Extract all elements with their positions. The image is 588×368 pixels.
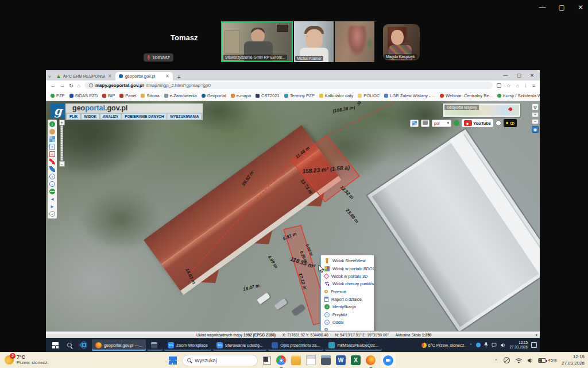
bookmark-item[interactable]: Strona bbox=[141, 93, 159, 98]
bookmark-item[interactable]: SIDAS EZD bbox=[69, 93, 98, 98]
word-icon[interactable]: W bbox=[336, 355, 346, 365]
menu-item-pointcloud[interactable]: Widok chmury punktów bbox=[321, 280, 374, 288]
task-view-icon[interactable] bbox=[263, 356, 271, 365]
menu-item-zoom-in[interactable]: +Przybliż bbox=[321, 311, 374, 319]
bookmark-item[interactable]: Terminy PZP bbox=[284, 93, 315, 98]
notepad-icon[interactable] bbox=[306, 355, 316, 365]
forward-icon[interactable] bbox=[60, 83, 65, 89]
overview-minimap[interactable]: Geoportal krajowy bbox=[443, 103, 520, 117]
browser-tab-inactive[interactable]: APC ERB RESPONSIBILITY - PRC bbox=[53, 72, 115, 80]
taskbar-app-firefox[interactable]: geoportal.gov.pl —... bbox=[92, 339, 146, 351]
slider-zoom-in-icon[interactable] bbox=[59, 120, 65, 125]
menu-item-bdot10k[interactable]: Widok w portalu BDOT10k bbox=[321, 264, 374, 272]
hidden-icons-chevron[interactable] bbox=[469, 342, 473, 348]
presenter-weather-widget[interactable]: 6°C Przew. słonecz. bbox=[421, 343, 466, 348]
zoom-app-active-icon[interactable] bbox=[381, 354, 396, 367]
settings-gear-icon[interactable] bbox=[532, 103, 539, 110]
video-tile[interactable]: Magda Kasprzyk bbox=[383, 24, 420, 60]
menu-item-partial[interactable] bbox=[321, 326, 374, 331]
start-button[interactable] bbox=[169, 356, 177, 365]
menu-plik[interactable]: PLIK bbox=[67, 114, 80, 119]
history-tool-icon[interactable] bbox=[49, 129, 55, 135]
browser-minimize-icon[interactable] bbox=[503, 72, 508, 78]
menu-item-streetview[interactable]: Widok StreetView bbox=[321, 257, 374, 264]
menu-analizy[interactable]: ANALIZY bbox=[100, 114, 121, 119]
history-clock-icon[interactable] bbox=[496, 120, 501, 126]
remove-window-tool-icon[interactable]: − bbox=[49, 151, 55, 157]
cortana-icon[interactable] bbox=[78, 339, 90, 351]
video-tile-active-speaker[interactable]: Stowarzyszenie Gmin RP Eurore... bbox=[221, 21, 293, 62]
bookmark-item[interactable]: e-mapa bbox=[231, 93, 251, 98]
previous-view-icon[interactable] bbox=[49, 196, 55, 202]
menu-widok[interactable]: WIDOK bbox=[82, 114, 99, 119]
contrast-toggle[interactable] bbox=[504, 119, 517, 127]
browser-tab-active[interactable]: geoportal.gov.pl bbox=[115, 72, 173, 80]
close-icon[interactable] bbox=[578, 3, 583, 12]
locate-tool-icon[interactable] bbox=[49, 211, 55, 217]
host-clock[interactable]: 12:1527.03.2026 bbox=[562, 354, 585, 366]
measure-tool-icon[interactable] bbox=[49, 166, 55, 172]
slider-zoom-out-icon[interactable] bbox=[59, 161, 65, 167]
zoom-slider[interactable] bbox=[59, 120, 65, 167]
site-info-icon[interactable] bbox=[89, 83, 93, 87]
identify-tool-icon[interactable]: i bbox=[49, 121, 55, 127]
bookmark-item[interactable]: LGR Zalew Wiślany - ... bbox=[384, 93, 435, 98]
host-weather-widget[interactable]: 2 7°CPrzew. słonecz. bbox=[5, 354, 49, 366]
minimize-icon[interactable] bbox=[539, 3, 546, 12]
bookmark-item[interactable]: Kalkulator daty bbox=[319, 93, 354, 98]
bookmark-item[interactable]: Kursy / Szkolenia Wolt... bbox=[497, 93, 540, 98]
geoportal-logo[interactable]: g bbox=[51, 103, 65, 118]
tab-close-icon[interactable] bbox=[108, 74, 112, 79]
reload-icon[interactable] bbox=[69, 83, 74, 89]
bookmark-item[interactable]: POLiOC bbox=[358, 93, 380, 98]
start-button[interactable] bbox=[49, 339, 61, 351]
visibility-eye-icon[interactable] bbox=[532, 126, 539, 133]
taskbar-search-icon[interactable] bbox=[63, 339, 76, 351]
bookmark-item[interactable]: Panel bbox=[119, 93, 136, 98]
taskbar-app-zoom[interactable]: zmZoom Workplace bbox=[164, 339, 211, 351]
layers-tool-icon[interactable] bbox=[49, 136, 55, 142]
draw-tool-icon[interactable] bbox=[49, 159, 55, 164]
slider-track[interactable] bbox=[60, 125, 63, 161]
speaker-icon[interactable] bbox=[527, 358, 533, 363]
video-tile[interactable]: Michał Klamer bbox=[294, 21, 334, 62]
wifi-icon[interactable] bbox=[515, 358, 523, 363]
zoom-in-tool-icon[interactable]: + bbox=[49, 174, 55, 179]
menu-item-pan[interactable]: Przesuń bbox=[321, 288, 374, 296]
home-icon[interactable] bbox=[78, 83, 80, 89]
browser-close-icon[interactable] bbox=[530, 72, 534, 78]
chrome-icon[interactable] bbox=[276, 355, 286, 365]
url-field[interactable]: mapy.geoportal.gov.pl/imap/Imgp_2.html?g… bbox=[84, 82, 493, 89]
firefox-icon[interactable] bbox=[366, 355, 376, 365]
panel-collapse-icon[interactable] bbox=[532, 119, 539, 124]
youtube-button[interactable]: YouTube bbox=[462, 119, 493, 127]
taskbar-app-calculator[interactable] bbox=[148, 339, 163, 351]
do-not-disturb-icon[interactable] bbox=[503, 356, 510, 364]
layers-button[interactable] bbox=[410, 120, 419, 127]
bookmark-item[interactable]: e-Zamówienia bbox=[164, 93, 197, 98]
taskbar-app-document[interactable]: Opis przedmiotu za... bbox=[268, 339, 323, 351]
statusbar-chevron-icon[interactable] bbox=[535, 333, 537, 338]
browser-menu-icon[interactable] bbox=[532, 83, 535, 89]
battery-indicator[interactable]: 45% bbox=[538, 358, 557, 363]
menu-item-identify[interactable]: iIdentyfikacja bbox=[321, 303, 374, 310]
tab-close-icon[interactable] bbox=[165, 74, 169, 79]
back-icon[interactable] bbox=[51, 83, 56, 89]
full-extent-tool-icon[interactable] bbox=[49, 189, 55, 194]
hidden-icons-chevron[interactable] bbox=[494, 357, 498, 363]
mic-tray-icon[interactable] bbox=[484, 342, 488, 348]
collections-icon[interactable] bbox=[516, 83, 519, 89]
bookmark-item[interactable]: Webinar: Centralny Re... bbox=[440, 93, 493, 98]
calculator-icon[interactable] bbox=[321, 355, 331, 365]
menu-item-3d[interactable]: Widok w portalu 3D bbox=[321, 273, 374, 280]
menu-pobieranie-danych[interactable]: POBIERANIE DANYCH bbox=[122, 114, 166, 119]
excel-icon[interactable]: X bbox=[351, 355, 361, 365]
bookmark-item[interactable]: Geoportal bbox=[202, 93, 226, 98]
print-button[interactable] bbox=[421, 120, 430, 127]
taskbar-search-field[interactable]: Wyszukaj bbox=[182, 355, 258, 366]
map-viewport[interactable]: (108.38 m) 38 59.92 m 11.48 m 158.23 m² … bbox=[46, 101, 540, 331]
file-explorer-icon[interactable] bbox=[291, 355, 301, 365]
menu-item-zoom-out[interactable]: −Oddal bbox=[321, 319, 374, 326]
add-window-tool-icon[interactable]: + bbox=[49, 144, 55, 150]
taskbar-app-zoom-control[interactable]: zmSterowanie udostę... bbox=[213, 339, 267, 351]
